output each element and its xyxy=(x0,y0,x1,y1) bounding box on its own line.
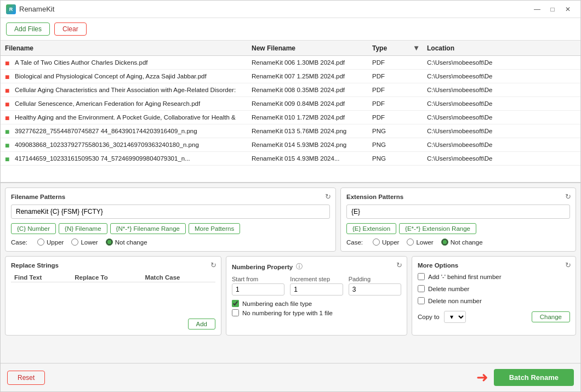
table-row[interactable]: ■ Cellular Aging Characteristics and The… xyxy=(1,83,580,97)
cell-type: PDF xyxy=(368,56,406,70)
app-icon: R xyxy=(6,4,16,14)
reset-button[interactable]: Reset xyxy=(7,371,45,385)
pdf-file-icon: ■ xyxy=(5,59,13,66)
replace-strings-refresh[interactable]: ↻ xyxy=(210,261,217,269)
ext-case-notchange[interactable]: Not change xyxy=(441,238,483,246)
cell-new-filename: RenameKit 008 0.35MB 2024.pdf xyxy=(247,83,368,97)
pattern-btn-more[interactable]: More Patterns xyxy=(189,223,240,234)
pdf-file-icon: ■ xyxy=(5,72,13,80)
filename-text: 417144659_10233161509530 74_572469909980… xyxy=(15,155,190,162)
delete-non-number-label: Delete non number xyxy=(428,298,482,304)
cell-filename: ■ 417144659_10233161509530 74_5724699099… xyxy=(1,152,247,166)
numbering-each-label: Numbering each file type xyxy=(242,300,312,307)
col-new-filename: New Filename xyxy=(247,41,368,56)
filename-patterns-title: Filename Patterns xyxy=(11,194,330,200)
replace-table: Find Text Replace To Match Case xyxy=(11,273,215,315)
cell-location: C:\Users\mobeesoft\De xyxy=(423,152,580,166)
pdf-file-icon: ■ xyxy=(5,113,13,121)
cell-type-icon xyxy=(406,124,423,138)
start-from-input[interactable] xyxy=(232,283,284,296)
ext-btn-extension-range[interactable]: {E*-*} Extension Range xyxy=(399,223,476,234)
extension-pattern-buttons: {E} Extension {E*-*} Extension Range xyxy=(346,223,570,234)
padding-label: Padding xyxy=(349,276,401,282)
file-table-container[interactable]: Filename New Filename Type ▼ Location ■ … xyxy=(1,41,580,183)
padding-field: Padding xyxy=(349,276,401,296)
footer-right: ➜ Batch Rename xyxy=(476,369,574,386)
png-file-icon: ■ xyxy=(5,127,13,135)
pattern-btn-filename[interactable]: {N} Filename xyxy=(59,223,107,234)
numbering-each-row: Numbering each file type xyxy=(232,300,401,307)
copy-to-select[interactable]: ▾ xyxy=(444,311,466,323)
replace-strings-title: Replace Strings xyxy=(11,262,215,269)
filename-case-upper[interactable]: Upper xyxy=(37,238,64,246)
cell-type: PDF xyxy=(368,70,406,83)
add-dash-checkbox[interactable] xyxy=(418,273,425,280)
cell-type: PDF xyxy=(368,97,406,111)
filename-pattern-input[interactable] xyxy=(11,204,330,219)
filename-case-notchange[interactable]: Not change xyxy=(106,238,147,246)
cell-new-filename: RenameKit 009 0.84MB 2024.pdf xyxy=(247,97,368,111)
pattern-btn-number[interactable]: {C} Number xyxy=(11,223,56,234)
extension-pattern-input[interactable] xyxy=(346,204,570,219)
extension-patterns-refresh[interactable]: ↻ xyxy=(565,192,571,201)
replace-add-button[interactable]: Add xyxy=(188,319,215,329)
cell-new-filename: RenameKit 013 5.76MB 2024.png xyxy=(247,124,368,138)
cell-type-icon xyxy=(406,152,423,166)
delete-non-number-checkbox[interactable] xyxy=(418,297,425,304)
change-button[interactable]: Change xyxy=(532,311,570,322)
cell-location: C:\Users\mobeesoft\De xyxy=(423,111,580,124)
no-numbering-label: No numbering for type with 1 file xyxy=(242,310,333,316)
cell-location: C:\Users\mobeesoft\De xyxy=(423,83,580,97)
ext-btn-extension[interactable]: {E} Extension xyxy=(346,223,396,234)
start-from-label: Start from xyxy=(232,276,284,282)
cell-type: PDF xyxy=(368,111,406,124)
cell-type: PNG xyxy=(368,124,406,138)
pattern-btn-filename-range[interactable]: {N*-*} Filename Range xyxy=(110,223,186,234)
table-row[interactable]: ■ Biological and Physiological Concept o… xyxy=(1,70,580,83)
table-row[interactable]: ■ 409083868_10233792775580136_3021469709… xyxy=(1,138,580,152)
cell-type-icon xyxy=(406,138,423,152)
cell-new-filename: RenameKit 014 5.93MB 2024.png xyxy=(247,138,368,152)
type-filter-button[interactable]: ▼ xyxy=(411,44,422,52)
cell-location: C:\Users\mobeesoft\De xyxy=(423,124,580,138)
batch-rename-button[interactable]: Batch Rename xyxy=(494,369,574,386)
filename-text: Biological and Physiological Concept of … xyxy=(15,73,207,79)
filename-text: Cellular Aging Characteristics and Their… xyxy=(15,87,236,93)
close-button[interactable]: ✕ xyxy=(561,3,575,15)
delete-number-checkbox[interactable] xyxy=(418,285,425,292)
png-file-icon: ■ xyxy=(5,155,13,162)
table-row[interactable]: ■ Cellular Senescence, American Federati… xyxy=(1,97,580,111)
maximize-button[interactable]: □ xyxy=(545,3,560,15)
padding-input[interactable] xyxy=(349,283,401,296)
ext-case-lower[interactable]: Lower xyxy=(407,238,433,246)
more-options-refresh[interactable]: ↻ xyxy=(565,261,571,269)
ext-case-upper[interactable]: Upper xyxy=(373,238,399,246)
filename-case-lower[interactable]: Lower xyxy=(71,238,98,246)
cell-filename: ■ A Tale of Two Cities Author Charles Di… xyxy=(1,56,247,70)
pdf-file-icon: ■ xyxy=(5,86,13,94)
no-numbering-checkbox[interactable] xyxy=(232,309,239,316)
filename-patterns-refresh[interactable]: ↻ xyxy=(325,192,331,201)
add-files-button[interactable]: Add Files xyxy=(6,22,50,36)
col-filter[interactable]: ▼ xyxy=(406,41,423,56)
main-window: R RenameKit — □ ✕ Add Files Clear Filena… xyxy=(0,0,581,392)
replace-col-matchcase: Match Case xyxy=(142,273,215,282)
increment-input[interactable] xyxy=(290,283,343,296)
table-row[interactable]: ■ Healthy Aging and the Environment. A P… xyxy=(1,111,580,124)
table-row[interactable]: ■ 392776228_75544870745827 44_8643901744… xyxy=(1,124,580,138)
minimize-button[interactable]: — xyxy=(530,3,544,15)
table-row[interactable]: ■ 417144659_10233161509530 74_5724699099… xyxy=(1,152,580,166)
numbering-each-checkbox[interactable] xyxy=(232,300,239,307)
more-options-list: Add '-' behind first number Delete numbe… xyxy=(418,273,570,306)
table-row[interactable]: ■ A Tale of Two Cities Author Charles Di… xyxy=(1,56,580,70)
cell-type: PNG xyxy=(368,138,406,152)
titlebar-left: R RenameKit xyxy=(6,4,54,14)
png-file-icon: ■ xyxy=(5,141,13,149)
numbering-refresh[interactable]: ↻ xyxy=(396,261,402,269)
more-options-panel: More Options ↻ Add '-' behind first numb… xyxy=(412,256,576,336)
replace-table-body xyxy=(11,282,215,315)
numbering-property-panel: Numbering Property ⓘ ↻ Start from Increm… xyxy=(226,256,407,336)
cell-type-icon xyxy=(406,70,423,83)
cell-new-filename: RenameKit 015 4.93MB 2024... xyxy=(247,152,368,166)
clear-button[interactable]: Clear xyxy=(54,22,87,36)
